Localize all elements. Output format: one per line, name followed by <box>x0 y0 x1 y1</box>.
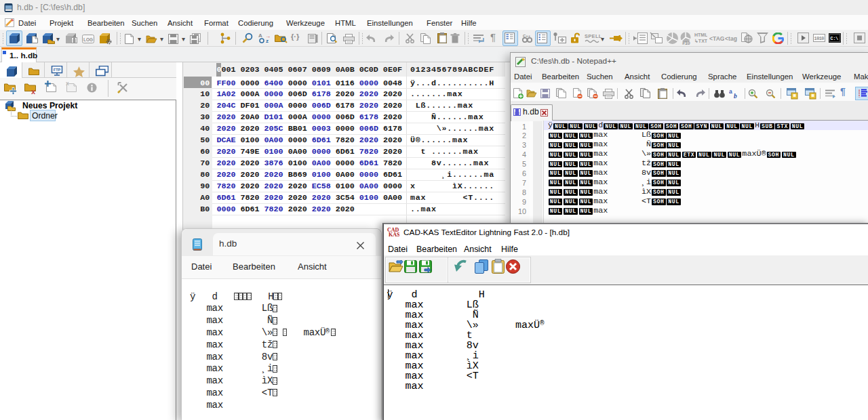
svg-text:a: a <box>729 88 732 95</box>
svg-text:LOG: LOG <box>83 37 93 42</box>
svg-text:z: z <box>266 38 269 44</box>
svg-text:<TAG: <TAG <box>709 35 724 42</box>
svg-text:b: b <box>734 93 737 99</box>
svg-text:HTML: HTML <box>694 33 707 37</box>
svg-text:A: A <box>258 33 262 39</box>
svg-text:1010: 1010 <box>814 36 825 41</box>
svg-text:x: x <box>66 80 69 87</box>
svg-text:FTP: FTP <box>54 68 61 72</box>
svg-text:<tag: <tag <box>725 35 737 42</box>
svg-text:KAS: KAS <box>389 232 399 238</box>
svg-text:x: x <box>31 87 36 95</box>
svg-text:SPELL: SPELL <box>585 33 602 39</box>
svg-text:↳TXT: ↳TXT <box>694 39 707 43</box>
svg-text:C:\: C:\ <box>831 37 839 41</box>
svg-text:#10: #10 <box>682 41 690 45</box>
